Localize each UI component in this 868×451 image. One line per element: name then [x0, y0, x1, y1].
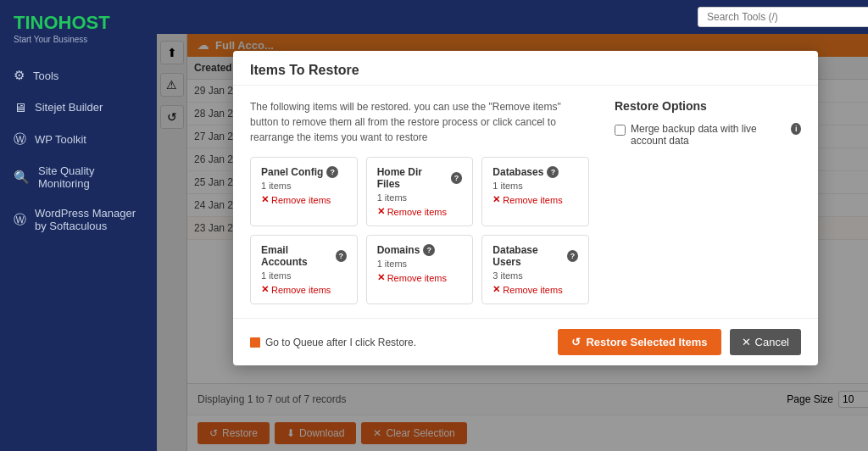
content-area: ⬆ ⚠ ↺ ☁ Full Acco... Created Type Level … [157, 34, 868, 451]
wptoolkit-icon: Ⓦ [14, 131, 26, 148]
restore-item-card: Domains ?1 items✕ Remove items [366, 235, 474, 304]
sidebar-item-sitequality[interactable]: 🔍 Site Quality Monitoring [0, 156, 157, 198]
sidebar-item-wpmanager-label: WordPress Manager by Softaculous [35, 207, 143, 232]
merge-backup-row: Merge backup data with live account data… [615, 123, 801, 147]
modal-footer: Go to Queue after I click Restore. ↺ Res… [233, 318, 818, 365]
restore-item-title: Database Users ? [492, 244, 578, 268]
merge-info-icon: i [791, 123, 801, 135]
cancel-icon: ✕ [742, 336, 751, 348]
restore-item-count: 1 items [261, 270, 347, 281]
sidebar: TINOHOST Start Your Business ⚙ Tools 🖥 S… [0, 0, 157, 451]
remove-items-link[interactable]: ✕ Remove items [261, 284, 347, 295]
restore-items-grid: Panel Config ?1 items✕ Remove itemsHome … [250, 157, 589, 304]
restore-item-title: Databases ? [492, 166, 578, 178]
item-question-icon: ? [336, 250, 347, 262]
modal-description: The following items will be restored. yo… [250, 99, 589, 145]
restore-item-count: 1 items [261, 181, 347, 191]
item-question-icon: ? [423, 244, 435, 256]
restore-item-count: 3 items [492, 270, 578, 281]
restore-item-title: Domains ? [377, 244, 463, 256]
restore-selected-icon: ↺ [571, 336, 581, 348]
restore-item-card: Home Dir Files ?1 items✕ Remove items [366, 157, 474, 226]
restore-item-card: Email Accounts ?1 items✕ Remove items [250, 235, 358, 304]
sidebar-item-wptoolkit-label: WP Toolkit [35, 133, 86, 146]
sidebar-item-wpmanager[interactable]: Ⓦ WordPress Manager by Softaculous [0, 198, 157, 241]
queue-row: Go to Queue after I click Restore. [250, 337, 416, 348]
restore-item-card: Panel Config ?1 items✕ Remove items [250, 157, 358, 226]
item-question-icon: ? [451, 172, 463, 184]
logo-area: TINOHOST Start Your Business [0, 0, 157, 51]
restore-item-count: 1 items [377, 259, 463, 269]
remove-items-link[interactable]: ✕ Remove items [377, 272, 463, 283]
modal-title-bar: Items To Restore [233, 51, 818, 86]
sidebar-item-wptoolkit[interactable]: Ⓦ WP Toolkit [0, 123, 157, 156]
cancel-label: Cancel [755, 336, 789, 348]
restore-item-title: Email Accounts ? [261, 244, 347, 268]
sidebar-item-tools-label: Tools [33, 70, 58, 82]
logo-host: HOST [58, 12, 110, 33]
restore-item-title: Panel Config ? [261, 166, 347, 178]
queue-indicator [250, 337, 260, 348]
wpmanager-icon: Ⓦ [14, 212, 26, 228]
remove-items-link[interactable]: ✕ Remove items [492, 194, 578, 205]
merge-backup-checkbox[interactable] [615, 125, 626, 136]
logo-tagline: Start Your Business [14, 35, 143, 44]
modal-right: Restore Options Merge backup data with l… [615, 99, 801, 304]
sidebar-item-sitequality-label: Site Quality Monitoring [38, 164, 143, 190]
sidebar-item-sitejet-label: Sitejet Builder [35, 101, 103, 114]
restore-item-card: Database Users ?3 items✕ Remove items [481, 235, 589, 304]
restore-item-count: 1 items [377, 192, 463, 203]
sidebar-item-sitejet[interactable]: 🖥 Sitejet Builder [0, 92, 157, 123]
tools-icon: ⚙ [14, 68, 25, 83]
main-area: ⬆ ⚠ ↺ ☁ Full Acco... Created Type Level … [157, 0, 868, 451]
item-question-icon: ? [567, 250, 578, 262]
remove-items-link[interactable]: ✕ Remove items [492, 284, 578, 295]
remove-items-link[interactable]: ✕ Remove items [377, 206, 463, 217]
restore-selected-button[interactable]: ↺ Restore Selected Items [558, 329, 721, 355]
modal-left: The following items will be restored. yo… [250, 99, 589, 304]
merge-backup-label: Merge backup data with live account data [631, 123, 786, 147]
cancel-button[interactable]: ✕ Cancel [730, 329, 801, 355]
item-question-icon: ? [547, 166, 559, 178]
sidebar-item-tools[interactable]: ⚙ Tools [0, 59, 157, 92]
modal-body: The following items will be restored. yo… [233, 86, 818, 318]
sitejet-icon: 🖥 [14, 100, 26, 114]
topbar [157, 0, 868, 34]
modal-title: Items To Restore [250, 63, 801, 78]
logo-tino: TINO [14, 12, 58, 33]
search-tools-input[interactable] [698, 7, 868, 27]
sidebar-nav: ⚙ Tools 🖥 Sitejet Builder Ⓦ WP Toolkit 🔍… [0, 59, 157, 451]
restore-modal: Items To Restore The following items wil… [233, 51, 818, 365]
restore-item-title: Home Dir Files ? [377, 166, 463, 190]
modal-overlay: Items To Restore The following items wil… [157, 34, 868, 451]
restore-item-count: 1 items [492, 181, 578, 191]
restore-item-card: Databases ?1 items✕ Remove items [481, 157, 589, 226]
queue-label: Go to Queue after I click Restore. [265, 337, 416, 348]
restore-options-title: Restore Options [615, 99, 801, 113]
remove-items-link[interactable]: ✕ Remove items [261, 194, 347, 205]
sitequality-icon: 🔍 [14, 170, 30, 185]
restore-selected-label: Restore Selected Items [586, 336, 707, 348]
item-question-icon: ? [326, 166, 338, 178]
logo: TINOHOST [14, 12, 143, 34]
